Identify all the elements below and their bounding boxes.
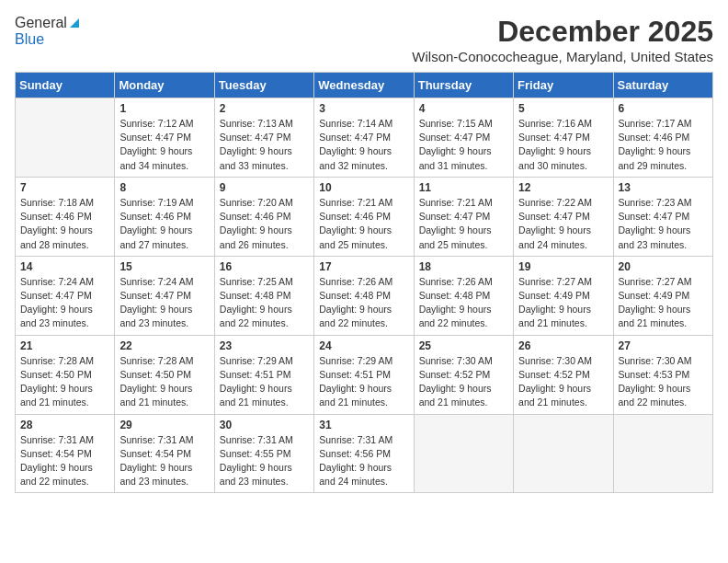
day-info: Sunrise: 7:27 AMSunset: 4:49 PMDaylight:… xyxy=(518,275,608,331)
day-number: 11 xyxy=(419,181,508,194)
calendar-week-4: 21Sunrise: 7:28 AMSunset: 4:50 PMDayligh… xyxy=(16,335,713,414)
weekday-sunday: Sunday xyxy=(16,73,115,98)
day-info: Sunrise: 7:15 AMSunset: 4:47 PMDaylight:… xyxy=(419,117,508,173)
calendar-week-1: 1Sunrise: 7:12 AMSunset: 4:47 PMDaylight… xyxy=(16,98,713,178)
day-info: Sunrise: 7:17 AMSunset: 4:46 PMDaylight:… xyxy=(619,117,708,173)
day-info: Sunrise: 7:26 AMSunset: 4:48 PMDaylight:… xyxy=(419,275,508,331)
day-info: Sunrise: 7:28 AMSunset: 4:50 PMDaylight:… xyxy=(119,354,209,410)
day-number: 19 xyxy=(518,260,608,273)
calendar-cell-w3d6: 19Sunrise: 7:27 AMSunset: 4:49 PMDayligh… xyxy=(514,256,613,335)
day-info: Sunrise: 7:27 AMSunset: 4:49 PMDaylight:… xyxy=(619,275,708,331)
calendar-cell-w2d4: 10Sunrise: 7:21 AMSunset: 4:46 PMDayligh… xyxy=(314,177,414,256)
calendar-table: SundayMondayTuesdayWednesdayThursdayFrid… xyxy=(15,72,713,493)
day-info: Sunrise: 7:31 AMSunset: 4:55 PMDaylight:… xyxy=(220,433,309,489)
calendar-cell-w3d2: 15Sunrise: 7:24 AMSunset: 4:47 PMDayligh… xyxy=(115,256,214,335)
calendar-week-5: 28Sunrise: 7:31 AMSunset: 4:54 PMDayligh… xyxy=(16,414,713,493)
day-number: 22 xyxy=(119,339,209,352)
calendar-cell-w1d7: 6Sunrise: 7:17 AMSunset: 4:46 PMDaylight… xyxy=(613,98,712,178)
logo-blue-text: Blue xyxy=(15,31,44,48)
day-info: Sunrise: 7:30 AMSunset: 4:52 PMDaylight:… xyxy=(518,354,608,410)
weekday-tuesday: Tuesday xyxy=(214,73,313,98)
calendar-cell-w2d3: 9Sunrise: 7:20 AMSunset: 4:46 PMDaylight… xyxy=(214,177,313,256)
weekday-saturday: Saturday xyxy=(613,73,712,98)
day-number: 24 xyxy=(319,339,408,352)
calendar-cell-w5d6 xyxy=(514,414,613,493)
day-number: 25 xyxy=(419,339,508,352)
calendar-cell-w2d7: 13Sunrise: 7:23 AMSunset: 4:47 PMDayligh… xyxy=(613,177,712,256)
day-info: Sunrise: 7:30 AMSunset: 4:53 PMDaylight:… xyxy=(619,354,708,410)
calendar-cell-w1d4: 3Sunrise: 7:14 AMSunset: 4:47 PMDaylight… xyxy=(314,98,414,178)
weekday-wednesday: Wednesday xyxy=(314,73,414,98)
weekday-friday: Friday xyxy=(514,73,613,98)
calendar-cell-w1d1 xyxy=(16,98,115,178)
day-info: Sunrise: 7:31 AMSunset: 4:56 PMDaylight:… xyxy=(319,433,408,489)
day-info: Sunrise: 7:23 AMSunset: 4:47 PMDaylight:… xyxy=(619,196,708,252)
calendar-cell-w2d6: 12Sunrise: 7:22 AMSunset: 4:47 PMDayligh… xyxy=(514,177,613,256)
logo-general-text: General xyxy=(15,15,67,31)
day-number: 2 xyxy=(220,102,309,115)
day-number: 10 xyxy=(319,181,408,194)
calendar-cell-w1d2: 1Sunrise: 7:12 AMSunset: 4:47 PMDaylight… xyxy=(115,98,214,178)
day-info: Sunrise: 7:31 AMSunset: 4:54 PMDaylight:… xyxy=(20,433,109,489)
calendar-cell-w3d3: 16Sunrise: 7:25 AMSunset: 4:48 PMDayligh… xyxy=(214,256,313,335)
day-number: 13 xyxy=(619,181,708,194)
day-info: Sunrise: 7:21 AMSunset: 4:47 PMDaylight:… xyxy=(419,196,508,252)
page-header: General Blue December 2025 Wilson-Conoco… xyxy=(15,15,713,64)
calendar-cell-w3d4: 17Sunrise: 7:26 AMSunset: 4:48 PMDayligh… xyxy=(314,256,414,335)
calendar-cell-w5d7 xyxy=(613,414,712,493)
day-info: Sunrise: 7:20 AMSunset: 4:46 PMDaylight:… xyxy=(220,196,309,252)
day-info: Sunrise: 7:13 AMSunset: 4:47 PMDaylight:… xyxy=(220,117,309,173)
day-number: 30 xyxy=(220,419,309,431)
calendar-cell-w3d7: 20Sunrise: 7:27 AMSunset: 4:49 PMDayligh… xyxy=(613,256,712,335)
day-number: 21 xyxy=(20,339,109,352)
month-title: December 2025 xyxy=(412,15,713,49)
day-info: Sunrise: 7:29 AMSunset: 4:51 PMDaylight:… xyxy=(220,354,309,410)
calendar-cell-w5d4: 31Sunrise: 7:31 AMSunset: 4:56 PMDayligh… xyxy=(314,414,414,493)
calendar-cell-w2d5: 11Sunrise: 7:21 AMSunset: 4:47 PMDayligh… xyxy=(414,177,513,256)
day-number: 20 xyxy=(619,260,708,273)
day-info: Sunrise: 7:22 AMSunset: 4:47 PMDaylight:… xyxy=(518,196,608,252)
day-number: 16 xyxy=(220,260,309,273)
calendar-cell-w5d2: 29Sunrise: 7:31 AMSunset: 4:54 PMDayligh… xyxy=(115,414,214,493)
day-number: 8 xyxy=(119,181,209,194)
calendar-cell-w3d1: 14Sunrise: 7:24 AMSunset: 4:47 PMDayligh… xyxy=(16,256,115,335)
day-number: 12 xyxy=(518,181,608,194)
calendar-cell-w2d2: 8Sunrise: 7:19 AMSunset: 4:46 PMDaylight… xyxy=(115,177,214,256)
day-info: Sunrise: 7:29 AMSunset: 4:51 PMDaylight:… xyxy=(319,354,408,410)
calendar-cell-w4d2: 22Sunrise: 7:28 AMSunset: 4:50 PMDayligh… xyxy=(115,335,214,414)
day-number: 31 xyxy=(319,419,408,431)
day-number: 4 xyxy=(419,102,508,115)
calendar-cell-w1d3: 2Sunrise: 7:13 AMSunset: 4:47 PMDaylight… xyxy=(214,98,313,178)
calendar-cell-w3d5: 18Sunrise: 7:26 AMSunset: 4:48 PMDayligh… xyxy=(414,256,513,335)
day-info: Sunrise: 7:18 AMSunset: 4:46 PMDaylight:… xyxy=(20,196,109,252)
calendar-cell-w4d7: 27Sunrise: 7:30 AMSunset: 4:53 PMDayligh… xyxy=(613,335,712,414)
calendar-cell-w4d3: 23Sunrise: 7:29 AMSunset: 4:51 PMDayligh… xyxy=(214,335,313,414)
weekday-monday: Monday xyxy=(115,73,214,98)
day-info: Sunrise: 7:14 AMSunset: 4:47 PMDaylight:… xyxy=(319,117,408,173)
calendar-week-3: 14Sunrise: 7:24 AMSunset: 4:47 PMDayligh… xyxy=(16,256,713,335)
location-title: Wilson-Conococheague, Maryland, United S… xyxy=(412,49,713,64)
day-number: 18 xyxy=(419,260,508,273)
calendar-week-2: 7Sunrise: 7:18 AMSunset: 4:46 PMDaylight… xyxy=(16,177,713,256)
day-number: 17 xyxy=(319,260,408,273)
day-info: Sunrise: 7:24 AMSunset: 4:47 PMDaylight:… xyxy=(119,275,209,331)
day-info: Sunrise: 7:31 AMSunset: 4:54 PMDaylight:… xyxy=(119,433,209,489)
weekday-header-row: SundayMondayTuesdayWednesdayThursdayFrid… xyxy=(16,73,713,98)
day-number: 6 xyxy=(619,102,708,115)
day-number: 3 xyxy=(319,102,408,115)
day-info: Sunrise: 7:19 AMSunset: 4:46 PMDaylight:… xyxy=(119,196,209,252)
calendar-cell-w1d6: 5Sunrise: 7:16 AMSunset: 4:47 PMDaylight… xyxy=(514,98,613,178)
logo-triangle-icon xyxy=(68,17,81,29)
calendar-cell-w4d5: 25Sunrise: 7:30 AMSunset: 4:52 PMDayligh… xyxy=(414,335,513,414)
logo: General Blue xyxy=(15,15,81,48)
calendar-cell-w4d6: 26Sunrise: 7:30 AMSunset: 4:52 PMDayligh… xyxy=(514,335,613,414)
calendar-cell-w5d5 xyxy=(414,414,513,493)
day-number: 5 xyxy=(518,102,608,115)
day-info: Sunrise: 7:30 AMSunset: 4:52 PMDaylight:… xyxy=(419,354,508,410)
day-number: 27 xyxy=(619,339,708,352)
day-number: 26 xyxy=(518,339,608,352)
day-info: Sunrise: 7:21 AMSunset: 4:46 PMDaylight:… xyxy=(319,196,408,252)
day-number: 1 xyxy=(119,102,209,115)
calendar-cell-w1d5: 4Sunrise: 7:15 AMSunset: 4:47 PMDaylight… xyxy=(414,98,513,178)
svg-marker-0 xyxy=(70,18,79,28)
